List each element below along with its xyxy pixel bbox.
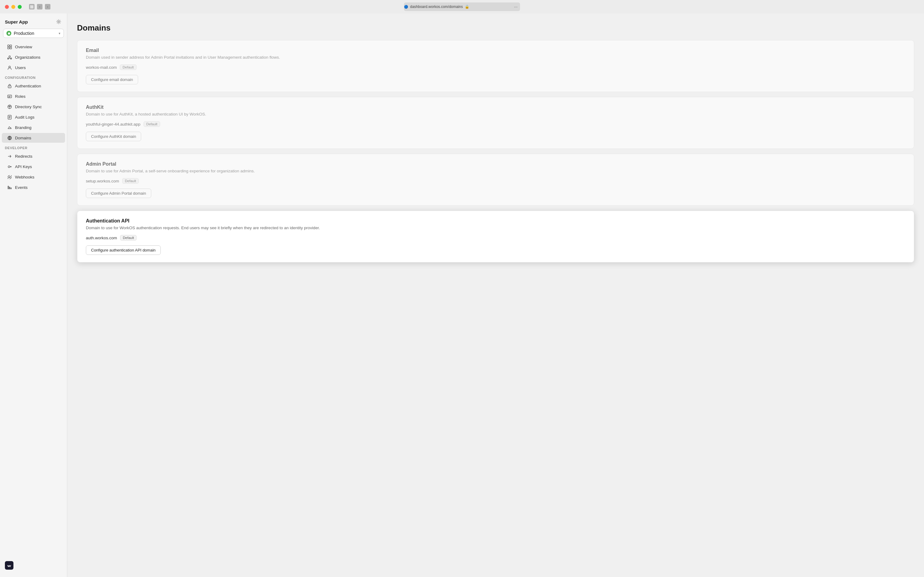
sidebar-header: Super App <box>0 17 67 29</box>
svg-point-0 <box>58 21 60 23</box>
authkit-default-badge: Default <box>143 121 160 127</box>
admin-portal-card-title: Admin Portal <box>86 161 905 167</box>
branding-icon <box>7 125 12 130</box>
sidebar-item-users[interactable]: Users <box>2 63 65 73</box>
maximize-button[interactable] <box>18 5 22 9</box>
configure-auth-api-button[interactable]: Configure authentication API domain <box>86 245 161 255</box>
auth-api-domain-value: auth.workos.com <box>86 235 117 240</box>
svg-point-8 <box>8 66 10 68</box>
navigate-back-icon[interactable]: ‹ <box>37 4 42 10</box>
authkit-domain-row: youthful-ginger-44.authkit.app Default <box>86 121 905 127</box>
sidebar-toggle-icon[interactable]: ⬜ <box>29 4 35 10</box>
svg-point-5 <box>9 56 10 57</box>
sidebar-item-label: Audit Logs <box>15 115 35 119</box>
svg-rect-2 <box>10 45 11 47</box>
sidebar-item-authentication[interactable]: Authentication <box>2 81 65 91</box>
sidebar-item-label: Domains <box>15 136 31 140</box>
page-title: Domains <box>77 23 914 33</box>
events-icon <box>7 185 12 190</box>
sidebar-item-label: Webhooks <box>15 175 35 179</box>
authkit-card-title: AuthKit <box>86 105 905 110</box>
auth-api-domain-card: Authentication API Domain to use for Wor… <box>77 211 914 263</box>
sidebar-bottom <box>0 558 67 573</box>
sidebar-item-domains[interactable]: Domains <box>2 133 65 143</box>
sidebar-item-label: API Keys <box>15 164 32 169</box>
email-card-title: Email <box>86 48 905 53</box>
configure-email-button[interactable]: Configure email domain <box>86 75 138 84</box>
email-domain-row: workos-mail.com Default <box>86 64 905 70</box>
navigate-forward-icon[interactable]: › <box>45 4 50 10</box>
developer-section-label: DEVELOPER <box>0 143 67 151</box>
auth-api-default-badge: Default <box>120 235 137 240</box>
sidebar-item-label: Branding <box>15 125 31 130</box>
main-content: Domains Email Domain used in sender addr… <box>67 13 924 577</box>
sidebar-item-redirects[interactable]: Redirects <box>2 151 65 161</box>
email-default-badge: Default <box>120 64 136 70</box>
api-keys-icon <box>7 164 12 169</box>
admin-portal-card-desc: Domain to use for Admin Portal, a self-s… <box>86 169 905 173</box>
directory-sync-icon <box>7 104 12 110</box>
sidebar-item-api-keys[interactable]: API Keys <box>2 162 65 171</box>
close-button[interactable] <box>5 5 9 9</box>
organizations-icon <box>7 55 12 60</box>
admin-portal-domain-value: setup.workos.com <box>86 179 119 184</box>
svg-point-10 <box>9 87 10 87</box>
sidebar-item-label: Authentication <box>15 84 41 88</box>
sidebar-item-audit-logs[interactable]: Audit Logs <box>2 112 65 122</box>
app-name: Super App <box>5 19 28 24</box>
sidebar-item-label: Events <box>15 185 27 190</box>
titlebar-controls: ⬜ ‹ › <box>29 4 50 10</box>
app-container: Super App Production ▾ Overview <box>0 13 924 577</box>
minimize-button[interactable] <box>11 5 15 9</box>
authkit-card-desc: Domain to use for AuthKit, a hosted auth… <box>86 112 905 116</box>
sidebar: Super App Production ▾ Overview <box>0 13 67 577</box>
sidebar-item-label: Redirects <box>15 154 32 159</box>
favicon-icon: 🔵 <box>404 5 408 9</box>
authkit-domain-card: AuthKit Domain to use for AuthKit, a hos… <box>77 97 914 149</box>
redirects-icon <box>7 153 12 159</box>
svg-rect-1 <box>8 45 10 47</box>
email-domain-value: workos-mail.com <box>86 65 117 70</box>
address-bar[interactable]: 🔵 dashboard.workos.com/domains 🔒 ··· <box>404 2 520 11</box>
auth-api-domain-row: auth.workos.com Default <box>86 235 905 240</box>
settings-button[interactable] <box>55 18 62 25</box>
more-options-icon[interactable]: ··· <box>514 4 518 9</box>
configure-authkit-button[interactable]: Configure AuthKit domain <box>86 132 141 141</box>
authkit-domain-value: youthful-ginger-44.authkit.app <box>86 122 140 127</box>
titlebar: ⬜ ‹ › 🔵 dashboard.workos.com/domains 🔒 ·… <box>0 0 924 13</box>
authentication-icon <box>7 83 12 89</box>
admin-portal-domain-card: Admin Portal Domain to use for Admin Por… <box>77 154 914 206</box>
sidebar-item-directory-sync[interactable]: Directory Sync <box>2 102 65 111</box>
traffic-lights <box>5 5 22 9</box>
url-text: dashboard.workos.com/domains <box>410 5 463 9</box>
configure-admin-portal-button[interactable]: Configure Admin Portal domain <box>86 189 151 198</box>
sidebar-item-label: Organizations <box>15 55 40 60</box>
svg-rect-20 <box>10 187 11 189</box>
configuration-section-label: CONFIGURATION <box>0 73 67 81</box>
svg-point-16 <box>8 166 10 168</box>
svg-rect-4 <box>10 47 11 49</box>
sidebar-item-organizations[interactable]: Organizations <box>2 52 65 62</box>
svg-rect-19 <box>9 187 10 189</box>
webhooks-icon <box>7 174 12 180</box>
users-icon <box>7 65 12 70</box>
email-domain-card: Email Domain used in sender address for … <box>77 40 914 92</box>
env-chevron-icon: ▾ <box>59 31 61 35</box>
sidebar-item-events[interactable]: Events <box>2 182 65 192</box>
environment-selector[interactable]: Production ▾ <box>3 29 64 38</box>
email-card-desc: Domain used in sender address for Admin … <box>86 55 905 60</box>
sidebar-item-overview[interactable]: Overview <box>2 42 65 52</box>
sidebar-item-roles[interactable]: Roles <box>2 91 65 101</box>
sidebar-item-label: Users <box>15 65 26 70</box>
sidebar-item-webhooks[interactable]: Webhooks <box>2 172 65 182</box>
auth-api-card-title: Authentication API <box>86 218 905 224</box>
sidebar-item-label: Overview <box>15 45 32 49</box>
sidebar-item-branding[interactable]: Branding <box>2 122 65 132</box>
workos-logo[interactable] <box>5 561 13 570</box>
audit-logs-icon <box>7 114 12 120</box>
admin-portal-domain-row: setup.workos.com Default <box>86 178 905 184</box>
svg-rect-3 <box>8 47 10 49</box>
sidebar-item-label: Directory Sync <box>15 105 42 109</box>
domains-icon <box>7 135 12 140</box>
roles-icon <box>7 93 12 99</box>
